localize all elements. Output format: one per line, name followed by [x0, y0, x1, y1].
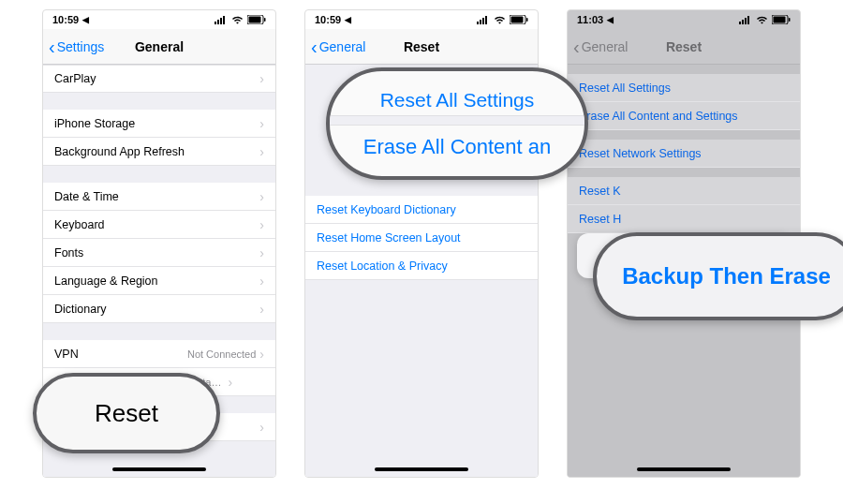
status-right-icons — [739, 15, 791, 24]
row-label: Reset All Settings — [579, 82, 789, 95]
back-button[interactable]: ‹ General — [311, 39, 365, 54]
row-label: Date & Time — [54, 190, 259, 203]
nav-bar: ‹ General Reset — [305, 29, 538, 65]
chevron-right-icon: › — [259, 420, 264, 435]
status-time: 10:59 — [52, 14, 79, 25]
row-erase-all-content[interactable]: Erase All Content and Settings — [568, 102, 800, 130]
home-indicator — [112, 467, 206, 471]
status-bar: 10:59 ◀ — [305, 10, 538, 29]
callout-erase-main: Erase All Content an — [330, 126, 584, 163]
chevron-right-icon: › — [259, 274, 264, 289]
svg-rect-6 — [264, 18, 266, 22]
row-label: Reset K — [579, 185, 789, 198]
svg-rect-9 — [482, 18, 484, 24]
back-label: General — [319, 39, 366, 54]
row-reset-location-privacy[interactable]: Reset Location & Privacy — [305, 252, 538, 280]
row-dictionary[interactable]: Dictionary › — [43, 295, 275, 323]
row-fonts[interactable]: Fonts › — [43, 239, 275, 267]
back-label: Settings — [57, 39, 105, 54]
row-vpn[interactable]: VPN Not Connected › — [43, 340, 275, 368]
nav-bar: ‹ General Reset — [568, 29, 800, 65]
chevron-right-icon: › — [259, 144, 264, 159]
status-bar: 11:03 ◀ — [568, 10, 800, 29]
svg-rect-0 — [214, 22, 216, 24]
chevron-right-icon: › — [259, 116, 264, 131]
svg-rect-10 — [485, 16, 487, 24]
row-label: Reset Keyboard Dictionary — [317, 203, 526, 216]
svg-rect-12 — [511, 17, 524, 23]
svg-rect-7 — [477, 22, 479, 24]
row-label: iPhone Storage — [54, 117, 259, 130]
callout-erase-top: Reset All Settings — [330, 85, 584, 116]
row-label: VPN — [54, 348, 187, 361]
status-bar: 10:59 ◀ — [43, 10, 275, 29]
row-reset-home-layout[interactable]: Reset Home Screen Layout — [305, 224, 538, 252]
svg-rect-20 — [789, 18, 791, 22]
row-reset-network[interactable]: Reset Network Settings — [568, 140, 800, 168]
svg-rect-5 — [249, 17, 261, 23]
svg-rect-1 — [217, 20, 219, 24]
callout-backup: Backup Then Erase — [593, 232, 843, 320]
row-reset-keyboard-dict[interactable]: Reset Keyboard Dictionary — [305, 196, 538, 224]
chevron-right-icon: › — [259, 189, 264, 204]
back-label: General — [582, 39, 629, 54]
row-label: CarPlay — [54, 72, 259, 85]
row-label: Keyboard — [54, 218, 259, 231]
row-keyboard[interactable]: Keyboard › — [43, 211, 275, 239]
row-label: Reset Home Screen Layout — [317, 231, 526, 245]
row-reset-keyboard-trunc[interactable]: Reset K — [568, 177, 800, 205]
location-icon: ◀ — [345, 15, 351, 24]
chevron-right-icon: › — [259, 302, 264, 317]
callout-reset: Reset — [33, 373, 220, 453]
back-button[interactable]: ‹ Settings — [49, 39, 104, 54]
row-reset-all-settings[interactable]: Reset All Settings — [568, 74, 800, 102]
status-time: 11:03 — [577, 14, 603, 25]
row-label: Dictionary — [54, 303, 259, 316]
row-language-region[interactable]: Language & Region › — [43, 267, 275, 295]
chevron-right-icon: › — [228, 375, 232, 390]
chevron-right-icon: › — [259, 71, 264, 86]
status-time: 10:59 — [315, 14, 341, 25]
home-indicator — [637, 467, 731, 471]
svg-rect-15 — [742, 20, 744, 24]
location-icon: ◀ — [607, 15, 614, 24]
svg-rect-3 — [223, 16, 225, 24]
location-icon: ◀ — [82, 15, 89, 24]
chevron-right-icon: › — [259, 217, 264, 232]
callout-text: Reset — [95, 399, 158, 428]
row-carplay[interactable]: CarPlay › — [43, 65, 275, 93]
chevron-right-icon: › — [259, 347, 264, 362]
row-label: Erase All Content and Settings — [579, 110, 789, 123]
row-reset-home-trunc[interactable]: Reset H — [568, 205, 800, 233]
svg-rect-16 — [745, 18, 747, 24]
row-date-time[interactable]: Date & Time › — [43, 183, 275, 211]
svg-rect-2 — [220, 18, 222, 24]
svg-rect-14 — [739, 22, 741, 24]
home-indicator — [375, 467, 468, 471]
row-label: Language & Region — [54, 274, 259, 288]
back-button[interactable]: ‹ General — [573, 39, 628, 54]
row-detail: Not Connected — [187, 348, 256, 360]
callout-erase: Reset All Settings Erase All Content an — [326, 67, 588, 180]
row-label: Background App Refresh — [54, 145, 259, 158]
svg-rect-8 — [480, 20, 481, 24]
callout-text: Backup Then Erase — [622, 263, 831, 289]
chevron-right-icon: › — [259, 245, 264, 260]
nav-bar: ‹ Settings General — [43, 29, 275, 65]
row-iphone-storage[interactable]: iPhone Storage › — [43, 110, 275, 138]
row-label: Reset Network Settings — [579, 147, 789, 160]
svg-rect-13 — [526, 18, 528, 22]
row-label: Reset H — [579, 213, 789, 226]
row-label: Fonts — [54, 246, 259, 259]
svg-rect-17 — [747, 16, 749, 24]
status-right-icons — [477, 15, 528, 24]
svg-rect-19 — [774, 17, 786, 23]
row-bg-app-refresh[interactable]: Background App Refresh › — [43, 138, 275, 166]
status-right-icons — [214, 15, 266, 24]
row-label: Reset Location & Privacy — [317, 259, 526, 273]
